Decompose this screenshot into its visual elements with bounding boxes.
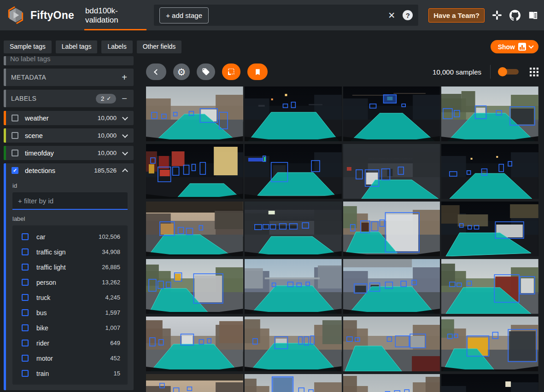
id-filter-label: id	[12, 182, 128, 189]
sample-thumbnail[interactable]	[441, 202, 538, 256]
app-header: FiftyOne bdd100k-validation + add stage …	[0, 0, 544, 30]
sample-thumbnail[interactable]	[343, 259, 440, 314]
labels-section-header[interactable]: LABELS 2 −	[4, 90, 134, 107]
bookmark-icon	[254, 68, 262, 76]
sample-thumbnail[interactable]	[343, 374, 440, 392]
sample-thumbnail[interactable]	[146, 259, 243, 314]
header-right: Have a Team?	[428, 8, 538, 23]
timeofday-checkbox[interactable]	[12, 150, 18, 156]
grid-zoom-slider[interactable]	[499, 69, 519, 75]
fiftyone-logo	[6, 5, 26, 25]
field-tabs-row: Sample tags Label tags Labels Other fiel…	[0, 40, 544, 53]
save-view-button[interactable]	[247, 63, 268, 80]
class-checkbox[interactable]	[22, 233, 29, 240]
sample-thumbnail[interactable]	[146, 202, 243, 256]
sample-thumbnail[interactable]	[146, 144, 243, 199]
sample-thumbnail[interactable]	[441, 374, 538, 392]
tab-label-tags[interactable]: Label tags	[56, 40, 98, 53]
slack-icon[interactable]	[491, 10, 503, 21]
class-checkbox[interactable]	[22, 248, 29, 255]
active-filters-badge[interactable]: 2	[96, 94, 116, 104]
class-checkbox[interactable]	[22, 340, 29, 346]
label-filter-label: label	[12, 215, 128, 222]
scene-checkbox[interactable]	[12, 132, 18, 139]
class-row-motor: motor452	[17, 351, 123, 366]
class-row-rider: rider649	[17, 335, 123, 351]
field-detections: detections 185,526 id label car102,506tr…	[4, 163, 134, 390]
weather-checkbox[interactable]	[12, 115, 18, 121]
sample-thumbnail[interactable]	[146, 374, 243, 392]
chevron-up-icon[interactable]	[122, 168, 128, 174]
histogram-icon	[518, 43, 526, 51]
help-icon[interactable]: ?	[403, 10, 413, 20]
detection-class-list: car102,506traffic sign34,908traffic ligh…	[12, 225, 128, 385]
sample-thumbnail[interactable]	[441, 259, 538, 314]
class-row-truck: truck4,245	[17, 290, 123, 305]
sidebar: No label tags METADATA + LABELS 2 − weat…	[4, 56, 134, 392]
settings-button[interactable]: ⚙	[173, 63, 190, 80]
add-stage-button[interactable]: + add stage	[159, 7, 209, 23]
field-weather: weather 10,000	[4, 111, 134, 125]
sample-thumbnail[interactable]	[343, 86, 440, 141]
tab-sample-tags[interactable]: Sample tags	[4, 40, 52, 53]
class-checkbox[interactable]	[22, 324, 29, 331]
back-button[interactable]	[146, 63, 166, 80]
sample-thumbnail[interactable]	[245, 374, 342, 392]
expand-plus-icon[interactable]: +	[122, 73, 127, 82]
tag-samples-button[interactable]	[197, 63, 215, 80]
class-row-train: train15	[17, 366, 123, 381]
sample-thumbnail[interactable]	[343, 202, 440, 256]
dataset-name[interactable]: bdd100k-validation	[84, 0, 146, 30]
close-icon[interactable]: ✕	[388, 10, 395, 21]
sample-thumbnail[interactable]	[441, 317, 538, 371]
field-scene: scene 10,000	[4, 128, 134, 143]
select-samples-icon	[227, 68, 235, 76]
show-stats-button[interactable]: Show	[491, 40, 538, 53]
class-checkbox[interactable]	[22, 279, 29, 286]
class-row-traffic-light: traffic light26,885	[17, 259, 123, 275]
class-checkbox[interactable]	[22, 355, 29, 362]
class-checkbox[interactable]	[22, 294, 29, 301]
class-row-person: person13,262	[17, 275, 123, 290]
grid-toolbar: ⚙ 10,000 samples	[146, 63, 538, 80]
sample-thumbnail[interactable]	[245, 202, 342, 256]
sample-thumbnail[interactable]	[245, 259, 342, 314]
app-name: FiftyOne	[30, 9, 74, 22]
chevron-down-icon[interactable]	[122, 132, 128, 138]
class-checkbox[interactable]	[22, 370, 29, 377]
sample-grid-area: ⚙ 10,000 samples	[146, 56, 538, 392]
select-samples-button[interactable]	[222, 63, 240, 80]
stage-search-bar[interactable]: + add stage ✕ ?	[154, 5, 418, 26]
id-filter-input[interactable]	[12, 192, 128, 210]
chevron-down-icon[interactable]	[122, 115, 128, 121]
metadata-section-header[interactable]: METADATA +	[4, 69, 134, 86]
class-checkbox[interactable]	[22, 309, 29, 316]
sample-thumbnail[interactable]	[441, 86, 538, 141]
chevron-down-icon	[528, 43, 533, 48]
field-timeofday: timeofday 10,000	[4, 146, 134, 160]
github-icon[interactable]	[509, 10, 521, 21]
detections-checkbox[interactable]	[12, 167, 18, 174]
sample-thumbnail[interactable]	[146, 317, 243, 371]
class-row-car: car102,506	[17, 229, 123, 244]
sample-thumbnail[interactable]	[343, 144, 440, 199]
chevron-down-icon[interactable]	[122, 150, 128, 156]
docs-icon[interactable]	[527, 10, 538, 21]
sample-thumbnail[interactable]	[245, 86, 342, 141]
sample-thumbnail[interactable]	[441, 144, 538, 199]
samples-count: 10,000 samples	[433, 68, 481, 76]
tab-other-fields[interactable]: Other fields	[137, 40, 182, 53]
sample-thumbnail[interactable]	[245, 144, 342, 199]
sample-thumbnail[interactable]	[245, 317, 342, 371]
tag-icon	[202, 68, 210, 76]
tab-labels[interactable]: Labels	[101, 40, 132, 53]
class-row-traffic-sign: traffic sign34,908	[17, 244, 123, 259]
class-checkbox[interactable]	[22, 264, 29, 271]
class-row-bus: bus1,597	[17, 305, 123, 320]
collapse-minus-icon[interactable]: −	[122, 94, 127, 103]
grid-size-icon[interactable]	[530, 68, 538, 76]
sample-thumbnail[interactable]	[146, 86, 243, 141]
class-row-bike: bike1,007	[17, 320, 123, 335]
sample-thumbnail[interactable]	[343, 317, 440, 371]
have-a-team-button[interactable]: Have a Team?	[428, 8, 485, 23]
